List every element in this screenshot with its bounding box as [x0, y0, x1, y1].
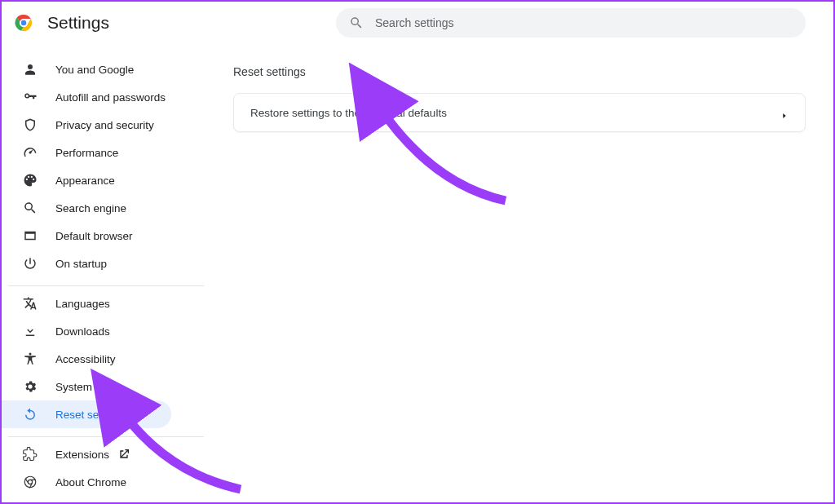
main-content: Reset settings Restore settings to their… — [212, 46, 835, 504]
reset-icon — [23, 407, 38, 422]
sidebar-item-label: About Chrome — [55, 476, 126, 489]
sidebar-item-search-engine[interactable]: Search engine — [0, 194, 171, 222]
sidebar-item-reset-settings[interactable]: Reset settings — [0, 400, 171, 428]
translate-icon — [23, 296, 38, 311]
sidebar-item-label: On startup — [55, 258, 107, 270]
system-icon — [23, 379, 38, 394]
extension-icon — [23, 447, 38, 462]
open-external-icon — [117, 448, 130, 461]
sidebar-item-extensions[interactable]: Extensions — [0, 440, 171, 468]
sidebar-item-downloads[interactable]: Downloads — [0, 317, 171, 345]
sidebar-item-label: Extensions — [55, 449, 109, 461]
section-title: Reset settings — [233, 65, 806, 78]
nav-separator — [8, 436, 204, 437]
appearance-icon — [23, 173, 38, 188]
sidebar-item-accessibility[interactable]: Accessibility — [0, 345, 171, 373]
sidebar-item-label: Autofill and passwords — [55, 91, 166, 104]
sidebar-item-performance[interactable]: Performance — [0, 139, 171, 166]
sidebar-item-label: Default browser — [55, 230, 133, 242]
sidebar-item-you-and-google[interactable]: You and Google — [0, 55, 171, 83]
browser-icon — [23, 228, 38, 243]
nav-separator — [8, 285, 204, 286]
sidebar-item-label: You and Google — [55, 64, 134, 76]
sidebar-item-system[interactable]: System — [0, 373, 171, 400]
restore-defaults-label: Restore settings to their original defau… — [250, 107, 780, 119]
sidebar-item-label: Languages — [55, 298, 110, 310]
header: Settings — [0, 0, 835, 46]
speedometer-icon — [23, 145, 38, 160]
search-icon — [349, 15, 364, 30]
sidebar-item-label: Performance — [55, 147, 118, 159]
sidebar-item-label: Accessibility — [55, 353, 116, 365]
accessibility-icon — [23, 351, 38, 366]
sidebar-item-label: Search engine — [55, 202, 126, 214]
sidebar-item-about-chrome[interactable]: About Chrome — [0, 468, 171, 496]
search-input[interactable] — [375, 16, 793, 29]
restore-defaults-row[interactable]: Restore settings to their original defau… — [234, 94, 805, 131]
key-icon — [23, 90, 38, 104]
sidebar-item-label: Reset settings — [55, 409, 126, 421]
nav-group-main: You and Google Autofill and passwords Pr… — [0, 55, 212, 282]
sidebar-item-label: Downloads — [55, 325, 110, 338]
sidebar-item-privacy[interactable]: Privacy and security — [0, 111, 171, 139]
download-icon — [23, 324, 38, 338]
sidebar-item-on-startup[interactable]: On startup — [0, 250, 171, 277]
shield-icon — [23, 117, 38, 132]
search-icon — [23, 201, 38, 215]
sidebar-item-default-browser[interactable]: Default browser — [0, 222, 171, 250]
power-icon — [23, 256, 38, 271]
sidebar-item-label: Privacy and security — [55, 119, 154, 131]
search-settings[interactable] — [336, 8, 806, 38]
sidebar: You and Google Autofill and passwords Pr… — [0, 46, 212, 504]
chrome-logo-icon — [15, 14, 33, 32]
sidebar-item-appearance[interactable]: Appearance — [0, 166, 171, 194]
sidebar-item-label: System — [55, 381, 92, 393]
sidebar-item-autofill[interactable]: Autofill and passwords — [0, 83, 171, 111]
chevron-right-icon — [780, 108, 789, 117]
reset-card: Restore settings to their original defau… — [233, 93, 806, 132]
sidebar-item-label: Appearance — [55, 175, 115, 187]
page-title: Settings — [47, 13, 109, 33]
nav-group-advanced: Languages Downloads Accessibility System… — [0, 290, 212, 433]
chrome-icon — [23, 475, 38, 489]
sidebar-item-languages[interactable]: Languages — [0, 290, 171, 317]
nav-group-footer: Extensions About Chrome — [0, 440, 212, 501]
person-icon — [23, 62, 38, 77]
